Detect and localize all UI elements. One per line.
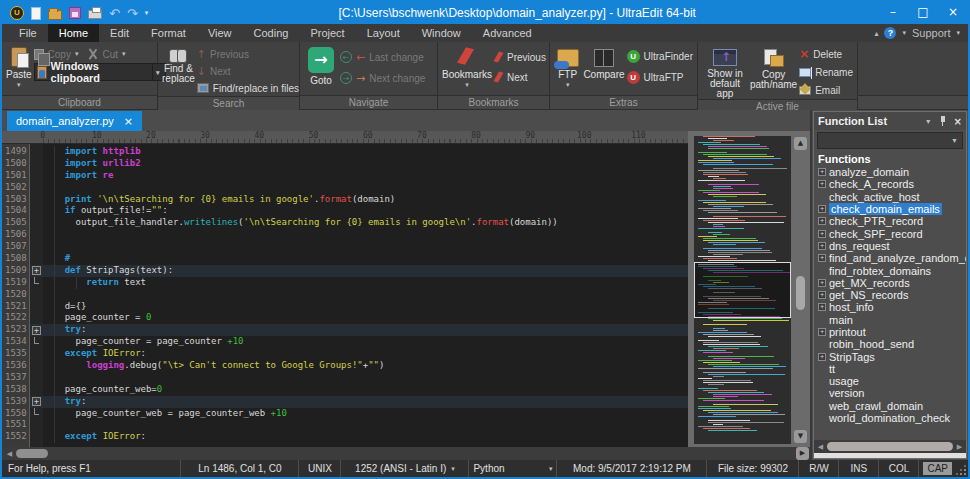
function-item-check_SPF_record[interactable]: +check_SPF_record — [818, 227, 966, 239]
menu-item-advanced[interactable]: Advanced — [472, 24, 543, 42]
resize-grip[interactable] — [956, 460, 968, 477]
menu-item-project[interactable]: Project — [299, 24, 355, 42]
function-item-web_crawl_domain[interactable]: web_crawl_domain — [818, 400, 966, 412]
menu-item-file[interactable]: File — [8, 24, 48, 42]
open-folder-icon[interactable] — [48, 10, 62, 20]
vertical-scrollbar[interactable]: ▲ ▼ — [793, 136, 808, 444]
fold-column[interactable]: + — [30, 396, 43, 408]
code-line[interactable]: 1551 — [2, 419, 688, 431]
search-previous-button[interactable]: ↑Previous — [197, 46, 299, 62]
tree-expand-icon[interactable]: + — [818, 180, 826, 188]
status-column-mode-toggle[interactable]: COL — [878, 460, 918, 477]
code-line[interactable]: 1508 # — [2, 253, 688, 265]
code-line[interactable]: 1500 import urllib2 — [2, 158, 688, 170]
function-item-check_A_records[interactable]: +check_A_records — [818, 178, 966, 190]
function-item-printout[interactable]: +printout — [818, 326, 966, 338]
fold-column[interactable]: + — [30, 324, 43, 336]
vertical-scroll-track[interactable] — [794, 150, 807, 430]
function-item-version[interactable]: version — [818, 387, 966, 399]
status-caps-indicator[interactable]: CAP — [918, 460, 956, 477]
help-dropdown-icon[interactable]: ▾ — [902, 29, 906, 37]
function-item-world_domination_check[interactable]: world_domination_check — [818, 412, 966, 424]
windows-clipboard-dropdown[interactable]: Windows clipboard ▾ — [34, 63, 166, 81]
function-item-dns_request[interactable]: +dns_request — [818, 240, 966, 252]
minimap[interactable] — [694, 136, 791, 444]
compare-button[interactable]: Compare — [583, 45, 624, 80]
panel-horizontal-scrollbar[interactable]: ◀ ▶ — [814, 440, 966, 453]
tree-expand-icon[interactable]: + — [818, 291, 826, 299]
print-icon[interactable] — [88, 10, 102, 19]
panel-close-icon[interactable]: × — [954, 116, 962, 127]
horizontal-scrollbar[interactable]: ◀ ▶ — [2, 447, 810, 460]
minimize-ribbon-icon[interactable]: ▴ — [874, 29, 878, 38]
help-icon[interactable]: ? — [884, 27, 896, 39]
code-line[interactable]: 1523+ try: — [2, 324, 688, 336]
function-item-get_NS_records[interactable]: +get_NS_records — [818, 289, 966, 301]
function-item-tt[interactable]: tt — [818, 363, 966, 375]
panel-dropdown-icon[interactable]: ▼ — [925, 118, 932, 125]
minimap-viewport[interactable] — [694, 262, 791, 318]
function-item-get_MX_records[interactable]: +get_MX_records — [818, 277, 966, 289]
scroll-up-icon[interactable]: ▲ — [794, 137, 807, 150]
ftp-button[interactable]: FTP ▾ — [554, 45, 581, 90]
function-item-host_info[interactable]: +host_info — [818, 301, 966, 313]
paste-button[interactable]: Paste ▾ — [6, 45, 32, 90]
tree-expand-icon[interactable]: + — [818, 217, 826, 225]
search-next-button[interactable]: ↓Next — [197, 63, 299, 79]
code-line[interactable]: 1552 except IOError: — [2, 431, 688, 443]
code-line[interactable]: 1538 page_counter_web=0 — [2, 384, 688, 396]
tab-domain-analyzer[interactable]: domain_analyzer.py × — [7, 111, 142, 131]
scroll-left-icon[interactable]: ◀ — [3, 450, 16, 458]
menu-item-view[interactable]: View — [197, 24, 243, 42]
code-line[interactable]: 1536 logging.debug("\t> Can't connect to… — [2, 360, 688, 372]
code-line[interactable]: 1534 page_counter = page_counter +10 — [2, 336, 688, 348]
code-line[interactable]: 1503 print '\n\tSearching for {0} emails… — [2, 194, 688, 206]
code-line[interactable]: 1519 return text — [2, 277, 688, 289]
show-in-default-app-button[interactable]: Show in default app — [702, 45, 748, 99]
menu-item-edit[interactable]: Edit — [99, 24, 140, 42]
filter-dropdown-icon[interactable]: ▼ — [951, 137, 962, 144]
function-item-main[interactable]: main — [818, 314, 966, 326]
code-line[interactable]: 1504 if output_file!="": — [2, 205, 688, 217]
next-change-button[interactable]: →→Next change — [340, 70, 425, 86]
support-menu[interactable]: Support — [912, 27, 951, 39]
tree-expand-icon[interactable]: + — [818, 168, 826, 176]
tree-expand-icon[interactable]: + — [818, 254, 826, 262]
status-line-ending[interactable]: UNIX — [298, 460, 340, 477]
scroll-down-icon[interactable]: ▼ — [794, 430, 807, 443]
horizontal-scroll-thumb[interactable] — [16, 449, 48, 458]
code-line[interactable]: 1521 d={} — [2, 301, 688, 313]
last-change-button[interactable]: ←←Last change — [340, 49, 425, 65]
tree-expand-icon[interactable]: + — [818, 205, 826, 213]
menu-item-format[interactable]: Format — [140, 24, 197, 42]
function-item-check_domain_emails[interactable]: +check_domain_emails — [818, 203, 966, 215]
panel-scroll-right-icon[interactable]: ▶ — [954, 443, 965, 451]
status-read-write-toggle[interactable]: R/W — [798, 460, 838, 477]
fold-column[interactable]: + — [30, 265, 43, 277]
redo-icon[interactable]: ↷ — [127, 7, 138, 20]
bookmark-next-button[interactable]: Next — [494, 69, 546, 85]
code-line[interactable]: 1506 — [2, 229, 688, 241]
function-item-find_and_analyze_random_domain[interactable]: +find_and_analyze_random_domain — [818, 252, 966, 264]
menu-item-coding[interactable]: Coding — [243, 24, 300, 42]
ultraftp-button[interactable]: UUltraFTP — [627, 69, 693, 85]
code-line[interactable]: 1535 except IOError: — [2, 348, 688, 360]
tree-expand-icon[interactable]: + — [818, 230, 826, 238]
ultrafinder-button[interactable]: UUltraFinder — [627, 48, 693, 64]
quick-access-more-icon[interactable]: ▾ — [145, 9, 149, 17]
function-item-check_active_host[interactable]: check_active_host — [818, 191, 966, 203]
tab-close-icon[interactable]: × — [124, 115, 133, 128]
function-item-find_robtex_domains[interactable]: find_robtex_domains — [818, 264, 966, 276]
function-item-analyze_domain[interactable]: +analyze_domain — [818, 166, 966, 178]
new-file-icon[interactable] — [31, 7, 41, 20]
code-area[interactable]: 1499 import httplib1500 import urllib215… — [2, 144, 688, 447]
function-item-robin_hood_send[interactable]: robin_hood_send — [818, 338, 966, 350]
status-encoding-dropdown[interactable]: 1252 (ANSI - Latin I)▾ — [340, 460, 468, 477]
code-line[interactable]: 1522 page_counter = 0 — [2, 312, 688, 324]
fold-expand-icon[interactable]: + — [32, 397, 41, 406]
function-filter-dropdown[interactable]: ▼ — [817, 132, 963, 149]
vertical-scroll-thumb[interactable] — [796, 276, 805, 310]
copy-path-name-button[interactable]: Copy path/name — [750, 45, 797, 90]
code-line[interactable]: 1507 — [2, 241, 688, 253]
code-line[interactable]: 1505 output_file_handler.writelines('\n\… — [2, 217, 688, 229]
